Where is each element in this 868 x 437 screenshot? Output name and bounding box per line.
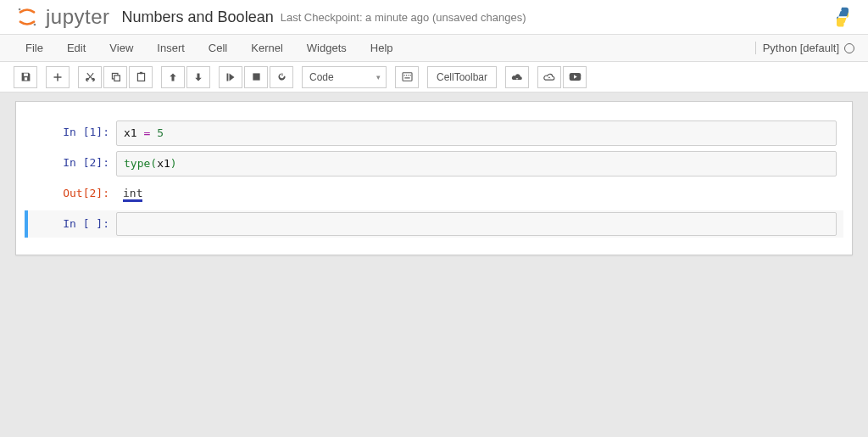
restart-button[interactable] xyxy=(270,66,293,88)
restart-icon xyxy=(276,71,287,82)
svg-rect-6 xyxy=(137,73,144,81)
menubar: File Edit View Insert Cell Kernel Widget… xyxy=(0,35,868,62)
jupyter-logo-text: jupyter xyxy=(46,5,110,29)
svg-rect-15 xyxy=(404,77,409,78)
paste-icon xyxy=(136,71,147,82)
cell-type-select[interactable]: Code xyxy=(302,66,387,88)
notebook-area: In [1]: x1 = 5 In [2]: type(x1) Out[2]: … xyxy=(15,101,853,255)
code-input[interactable]: x1 = 5 xyxy=(116,120,837,146)
youtube-button[interactable] xyxy=(563,66,587,88)
cloud-download-icon xyxy=(511,72,523,82)
menu-file[interactable]: File xyxy=(14,36,55,59)
toolbar: Code CellToolbar xyxy=(0,62,868,92)
insert-cell-below-button[interactable] xyxy=(46,66,70,88)
save-icon xyxy=(20,71,31,82)
svg-rect-13 xyxy=(408,75,409,76)
cell-body: type(x1) xyxy=(116,151,837,176)
svg-rect-12 xyxy=(405,75,406,76)
menu-insert[interactable]: Insert xyxy=(145,36,197,59)
in-prompt: In [2]: xyxy=(31,151,116,176)
svg-rect-8 xyxy=(227,73,229,81)
cell-body: x1 = 5 xyxy=(116,120,837,146)
cut-button[interactable] xyxy=(78,66,102,88)
cell-toolbar-button[interactable]: CellToolbar xyxy=(427,66,497,88)
cell-body xyxy=(116,212,837,236)
in-prompt: In [ ]: xyxy=(31,212,116,236)
cut-icon xyxy=(85,71,96,82)
output-text: int xyxy=(116,182,837,207)
cloud-download-button[interactable] xyxy=(505,66,529,88)
notebook-container: In [1]: x1 = 5 In [2]: type(x1) Out[2]: … xyxy=(0,92,868,264)
kernel-status-icon xyxy=(844,43,854,53)
notebook-title[interactable]: Numbers and Boolean xyxy=(122,8,274,26)
save-button[interactable] xyxy=(14,66,37,88)
code-input[interactable]: type(x1) xyxy=(116,151,837,176)
svg-point-0 xyxy=(19,8,21,11)
keyboard-icon xyxy=(402,72,413,81)
cell-2[interactable]: In [2]: type(x1) xyxy=(25,149,843,178)
svg-rect-10 xyxy=(403,73,412,81)
menu-help[interactable]: Help xyxy=(359,36,405,59)
run-icon xyxy=(225,72,236,82)
copy-button[interactable] xyxy=(103,66,127,88)
python-icon xyxy=(831,5,854,29)
interrupt-button[interactable] xyxy=(244,66,268,88)
copy-icon xyxy=(110,71,121,82)
plus-icon xyxy=(53,72,63,82)
stop-icon xyxy=(252,72,261,81)
in-prompt: In [1]: xyxy=(31,120,116,146)
jupyter-icon xyxy=(14,5,41,29)
command-palette-button[interactable] xyxy=(395,66,419,88)
arrow-down-icon xyxy=(193,72,203,82)
svg-rect-14 xyxy=(409,75,410,76)
cell-type-value: Code xyxy=(309,71,334,83)
svg-rect-5 xyxy=(114,76,120,81)
cell-3[interactable]: In [ ]: xyxy=(25,210,843,238)
run-button[interactable] xyxy=(219,66,242,88)
svg-rect-11 xyxy=(403,75,404,76)
menu-view[interactable]: View xyxy=(97,36,145,59)
cell-1[interactable]: In [1]: x1 = 5 xyxy=(25,119,843,148)
cloud-upload-button[interactable] xyxy=(537,66,561,88)
menu-kernel[interactable]: Kernel xyxy=(239,36,295,59)
cloud-upload-icon xyxy=(543,72,555,82)
jupyter-logo[interactable]: jupyter xyxy=(14,5,110,29)
svg-point-1 xyxy=(34,24,36,26)
kernel-indicator-area: Python [default] xyxy=(755,42,854,54)
svg-rect-9 xyxy=(253,73,259,80)
move-down-button[interactable] xyxy=(186,66,210,88)
checkpoint-info: Last Checkpoint: a minute ago (unsaved c… xyxy=(281,11,526,24)
cell-body: int xyxy=(116,182,837,207)
move-up-button[interactable] xyxy=(161,66,185,88)
kernel-name[interactable]: Python [default] xyxy=(763,42,839,54)
youtube-icon xyxy=(569,72,581,81)
menu-cell[interactable]: Cell xyxy=(197,36,239,59)
paste-button[interactable] xyxy=(129,66,153,88)
out-prompt: Out[2]: xyxy=(31,182,116,207)
cell-2-output: Out[2]: int xyxy=(25,180,843,209)
menu-edit[interactable]: Edit xyxy=(55,36,97,59)
svg-point-3 xyxy=(843,23,845,25)
svg-rect-7 xyxy=(139,72,142,74)
arrow-up-icon xyxy=(168,72,178,82)
notebook-header: jupyter Numbers and Boolean Last Checkpo… xyxy=(0,0,868,35)
menu-widgets[interactable]: Widgets xyxy=(295,36,359,59)
svg-point-2 xyxy=(839,9,841,11)
code-input[interactable] xyxy=(116,212,837,236)
